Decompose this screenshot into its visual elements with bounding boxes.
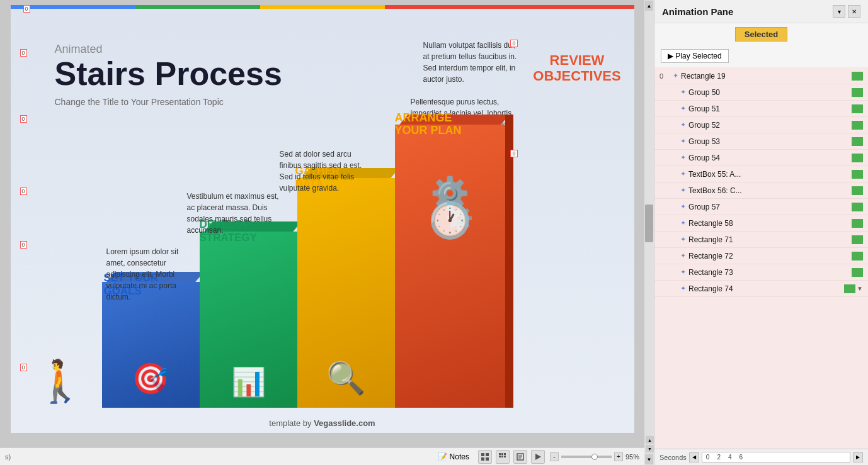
vertical-scrollbar[interactable]: ▲ ▲ ▼ ▼ — [644, 0, 654, 465]
timeline-left-btn[interactable]: ◀ — [689, 452, 699, 462]
anim-item-name-8: Group 57 — [688, 203, 852, 211]
anim-item-1[interactable]: ✦ Group 50 — [654, 84, 868, 101]
anim-item-star-1: ✦ — [677, 88, 688, 97]
review-label: REVIEW — [532, 52, 623, 68]
view-controls — [478, 450, 545, 464]
anim-item-star-13: ✦ — [677, 284, 688, 293]
anim-item-0[interactable]: 0 ✦ Rectangle 19 — [654, 68, 868, 84]
anim-item-box-8 — [852, 203, 863, 211]
anim-item-name-7: TextBox 56: C... — [688, 186, 849, 195]
timeline-2: 2 — [717, 454, 721, 461]
animation-list[interactable]: 0 ✦ Rectangle 19 ✦ Group 50 ✦ Group 51 ✦ — [654, 67, 868, 449]
side-ruler-2: 0 — [20, 188, 27, 195]
anim-item-box-3 — [852, 121, 863, 130]
anim-pane-title: Animation Pane — [662, 6, 733, 17]
prev-slide-btn[interactable]: ▲ — [646, 436, 654, 444]
anim-item-name-12: Rectangle 73 — [688, 268, 849, 277]
reading-view-btn[interactable] — [513, 450, 527, 464]
anim-item-box-1 — [852, 88, 863, 97]
zoom-in-btn[interactable]: + — [614, 452, 623, 461]
anim-item-num-0: 0 — [660, 72, 670, 80]
side-ruler-1: 0 — [20, 115, 27, 123]
step3-bar: 🔍 — [297, 178, 395, 408]
anim-close-btn[interactable]: ✕ — [848, 5, 860, 18]
seconds-label[interactable]: Seconds — [660, 454, 687, 461]
zoom-control: - + 95% — [550, 452, 639, 461]
anim-minimize-btn[interactable]: ▾ — [833, 5, 845, 18]
anim-item-name-9: Rectangle 58 — [688, 219, 849, 228]
top-color-rule — [11, 5, 634, 9]
anim-item-9[interactable]: ✦ Rectangle 58 — [654, 215, 868, 232]
svg-rect-9 — [504, 456, 506, 457]
timeline-nav: ◀ — [689, 452, 699, 462]
animated-label: Animated — [55, 43, 282, 56]
main-title[interactable]: Stairs Process — [55, 56, 282, 92]
scroll-thumb[interactable] — [645, 204, 653, 242]
anim-item-star-9: ✦ — [677, 219, 688, 228]
ruler-marker-7: 0 — [23, 5, 30, 13]
notes-button[interactable]: 📝 Notes — [434, 451, 473, 462]
step4-bar: ⚙️ ⚙️ 🕐 — [395, 125, 505, 408]
anim-item-8[interactable]: ✦ Group 57 — [654, 199, 868, 215]
anim-item-7[interactable]: ✦ TextBox 56: C... — [654, 182, 868, 199]
scroll-nav-group: ▲ ▼ — [644, 435, 654, 454]
play-row: ▶ Play Selected — [654, 45, 868, 67]
timeline-right-btn[interactable]: ▶ — [853, 452, 863, 462]
anim-item-star-10: ✦ — [677, 235, 688, 244]
svg-rect-0 — [481, 453, 484, 456]
timeline-bar: 0 2 4 6 — [702, 452, 850, 462]
anim-item-10[interactable]: ✦ Rectangle 71 — [654, 232, 868, 248]
anim-item-2[interactable]: ✦ Group 51 — [654, 101, 868, 117]
anim-item-box-0 — [852, 72, 863, 81]
anim-item-12[interactable]: ✦ Rectangle 73 — [654, 264, 868, 281]
anim-item-box-13 — [844, 284, 855, 293]
anim-item-box-7 — [852, 186, 863, 195]
anim-header-controls: ▾ ✕ — [833, 5, 860, 18]
normal-view-btn[interactable] — [478, 450, 492, 464]
slide-info: s) — [5, 453, 11, 461]
zoom-slider[interactable] — [561, 456, 612, 458]
anim-item-3[interactable]: ✦ Group 52 — [654, 117, 868, 133]
anim-item-6[interactable]: ✦ TextBox 55: A... — [654, 166, 868, 182]
anim-item-11[interactable]: ✦ Rectangle 72 — [654, 248, 868, 264]
anim-item-box-12 — [852, 268, 863, 277]
svg-rect-1 — [486, 453, 489, 456]
step4-label: ARRANGEYOUR PLAN — [395, 111, 502, 137]
play-selected-btn[interactable]: ▶ Play Selected — [661, 49, 729, 63]
template-credit: template by Vegasslide.com — [269, 418, 375, 428]
scroll-down-btn[interactable]: ▼ — [645, 454, 653, 464]
slideshow-btn[interactable] — [531, 450, 545, 464]
next-slide-btn[interactable]: ▼ — [646, 445, 654, 452]
anim-item-star-11: ✦ — [677, 252, 688, 261]
scroll-up-btn[interactable]: ▲ — [645, 1, 653, 11]
anim-item-5[interactable]: ✦ Group 54 — [654, 150, 868, 166]
anim-item-box-9 — [852, 219, 863, 228]
anim-item-4[interactable]: ✦ Group 53 — [654, 133, 868, 150]
svg-rect-2 — [481, 457, 484, 461]
right-text-1: Nullam volutpat facilisis dui, at pretiu… — [423, 40, 518, 85]
anim-pane-header: Animation Pane ▾ ✕ — [654, 0, 868, 23]
zoom-percentage: 95% — [625, 453, 639, 461]
anim-item-name-0: Rectangle 19 — [681, 72, 849, 81]
timeline-6: 6 — [740, 454, 743, 461]
anim-item-box-6 — [852, 170, 863, 179]
notes-label: Notes — [450, 452, 469, 461]
anim-item-13[interactable]: ✦ Rectangle 74 ▼ — [654, 281, 868, 297]
svg-rect-8 — [501, 456, 503, 457]
anim-item-name-3: Group 52 — [688, 121, 849, 130]
timeline-4: 4 — [728, 454, 732, 461]
anim-item-star-5: ✦ — [677, 154, 688, 162]
anim-item-name-10: Rectangle 71 — [688, 235, 849, 244]
zoom-out-btn[interactable]: - — [550, 452, 559, 461]
anim-item-box-2 — [852, 104, 863, 113]
anim-item-box-4 — [852, 137, 863, 146]
side-ruler-3: 0 — [20, 241, 27, 249]
anim-item-star-4: ✦ — [677, 137, 688, 146]
anim-item-name-6: TextBox 55: A... — [688, 170, 849, 179]
search-icon: 🔍 — [326, 360, 365, 396]
slide-sorter-btn[interactable] — [496, 450, 510, 464]
selected-badge-row: Selected — [654, 23, 868, 45]
anim-item-star-6: ✦ — [677, 170, 688, 179]
selected-badge: Selected — [735, 27, 787, 42]
text-block-3: Sed at dolor sed arcu finibus sagittis s… — [280, 148, 373, 194]
